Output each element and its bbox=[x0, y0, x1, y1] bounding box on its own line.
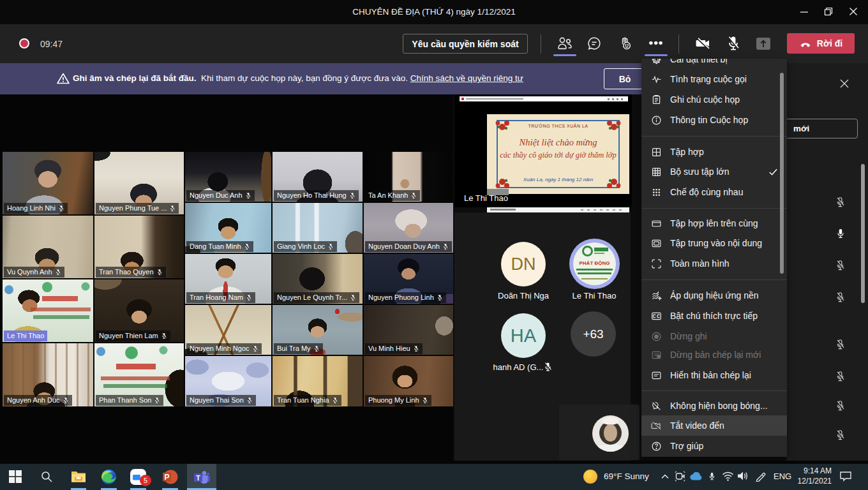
svg-text:P: P bbox=[164, 473, 169, 482]
svg-text:T: T bbox=[196, 474, 200, 482]
